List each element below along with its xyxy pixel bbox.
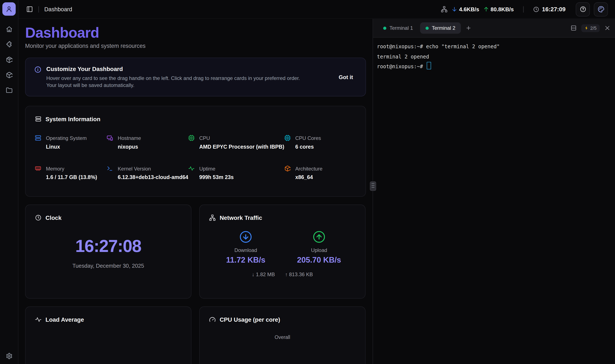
theme-palette-icon (598, 6, 604, 13)
folder-icon[interactable] (6, 87, 12, 93)
topbar-right: 4.6KB/s 80.8KB/s 16:27:09 (441, 2, 608, 16)
sidebar (0, 0, 18, 364)
banner-text: Hover over any card to see the drag hand… (46, 75, 325, 89)
clock-card: Clock 16:27:08 Tuesday, December 30, 202… (25, 205, 191, 299)
clock-time: 16:27:08 (35, 237, 181, 255)
user-avatar-icon[interactable] (2, 2, 16, 16)
overall-label: Overall (209, 335, 355, 340)
terminal-line: root@nixopus:~# (377, 64, 426, 69)
memory-stick-icon (35, 165, 41, 172)
content-area: Dashboard Monitor your applications and … (18, 19, 615, 364)
download-speed: 4.6KB/s (451, 6, 479, 12)
terminal-line: terminal 2 opened (377, 53, 429, 60)
load-average-card: Load Average (25, 306, 191, 364)
activity-icon (35, 316, 41, 323)
status-dot (383, 26, 386, 29)
divider (523, 6, 524, 12)
terminal-output[interactable]: root@nixopus:~# echo "terminal 2 opened"… (373, 38, 615, 364)
cpu-usage-card: CPU Usage (per core) Overall (199, 306, 365, 364)
package-icon[interactable] (6, 56, 12, 63)
home-icon[interactable] (6, 26, 12, 33)
cards-row-2: Load Average CPU Usage (per core) Overal… (25, 306, 366, 364)
terminal-cursor (427, 62, 431, 69)
banner-title: Customize Your Dashboard (46, 65, 325, 72)
total-uploaded: ↑ 813.36 KB (285, 272, 313, 277)
sidebar-nav (6, 26, 12, 94)
card-title: Clock (35, 214, 181, 221)
circle-arrow-up-icon (313, 231, 326, 244)
download-stat: Download 11.72 KB/s (209, 231, 282, 264)
box-icon (284, 165, 290, 172)
upload-speed: 80.8KB/s (483, 6, 514, 12)
info-item-kernel: Kernel Version 6.12.38+deb13-cloud-amd64 (107, 165, 188, 180)
got-it-button[interactable]: Got it (335, 71, 357, 83)
topbar: Dashboard 4.6KB/s 80.8KB/s (18, 0, 615, 19)
activity-icon (188, 165, 194, 172)
system-info-grid: Operating System Linux Hostname nixopus (35, 135, 356, 180)
network-traffic-card: Network Traffic Download 11.72 KB/s (199, 205, 365, 299)
panel-left-icon[interactable] (26, 6, 33, 13)
puzzle-icon[interactable] (6, 41, 12, 48)
terminal-panel: Terminal 1 Terminal 2 (373, 19, 615, 364)
help-button[interactable] (576, 2, 590, 16)
info-item-memory: Memory 1.6 / 11.7 GB (13.8%) (35, 165, 107, 180)
card-title: Load Average (35, 316, 181, 323)
clock-display: 16:27:08 Tuesday, December 30, 2025 (35, 237, 181, 269)
info-item-cpu-cores: CPU Cores 6 cores (284, 135, 356, 150)
close-terminal-icon[interactable] (604, 25, 610, 31)
new-terminal-button[interactable] (466, 25, 472, 31)
info-icon (34, 66, 41, 73)
terminal-tab-2[interactable]: Terminal 2 (420, 22, 461, 34)
upload-stat: Upload 205.70 KB/s (282, 231, 356, 264)
info-item-architecture: Architecture x86_64 (284, 165, 356, 180)
info-item-hostname: Hostname nixopus (107, 135, 188, 150)
arrow-up-icon (483, 6, 489, 12)
app-window: Dashboard 4.6KB/s 80.8KB/s (0, 0, 615, 364)
terminal-tabbar-right: 2/5 (571, 24, 610, 32)
terminal-line: root@nixopus:~# echo "terminal 2 opened" (377, 44, 500, 50)
settings-gear-icon[interactable] (6, 353, 12, 359)
info-item-os: Operating System Linux (35, 135, 107, 150)
container-box-icon[interactable] (6, 72, 12, 78)
split-panel-icon[interactable] (571, 25, 577, 31)
system-information-card: System Information Operating System Linu… (25, 106, 366, 197)
network-stats: Download 11.72 KB/s Upload 205.70 KB/s (209, 231, 355, 264)
monitor-smartphone-icon (107, 135, 113, 141)
dashboard-main: Dashboard Monitor your applications and … (18, 19, 373, 364)
cpu-cores-icon (284, 135, 290, 141)
circle-arrow-down-icon (239, 231, 252, 244)
clock-icon (35, 214, 41, 221)
card-title: System Information (35, 116, 356, 122)
header-clock: 16:27:09 (533, 6, 566, 13)
cpu-icon (188, 135, 194, 141)
clock-date: Tuesday, December 30, 2025 (35, 263, 181, 269)
card-title: Network Traffic (209, 214, 355, 221)
banner-body: Customize Your Dashboard Hover over any … (46, 65, 325, 89)
cards-row-1: Clock 16:27:08 Tuesday, December 30, 202… (25, 205, 366, 299)
page-subtitle: Monitor your applications and system res… (25, 43, 366, 49)
network-totals: ↓ 1.82 MB ↑ 813.36 KB (209, 272, 355, 277)
panel-resize-handle[interactable] (370, 181, 376, 191)
info-item-uptime: Uptime 999h 53m 23s (188, 165, 284, 180)
total-downloaded: ↓ 1.82 MB (252, 272, 275, 277)
customize-banner: Customize Your Dashboard Hover over any … (25, 58, 366, 96)
info-item-cpu: CPU AMD EPYC Processor (with IBPB) (188, 135, 284, 150)
main-column: Dashboard 4.6KB/s 80.8KB/s (18, 0, 615, 364)
theme-button[interactable] (594, 2, 608, 16)
clock-icon (533, 6, 539, 12)
divider (39, 6, 39, 12)
help-icon (579, 6, 586, 13)
terminal-count-badge: 2/5 (581, 24, 600, 32)
network-icon (209, 214, 216, 221)
grip-vertical-icon (371, 183, 375, 190)
card-title: CPU Usage (per core) (209, 316, 355, 323)
lightning-icon (584, 26, 589, 30)
terminal-tabbar: Terminal 1 Terminal 2 (373, 19, 615, 38)
status-dot (426, 26, 429, 29)
server-rack-icon (35, 116, 41, 122)
gauge-icon (209, 316, 216, 323)
arrow-down-icon (451, 6, 458, 12)
server-icon (35, 135, 41, 141)
breadcrumb[interactable]: Dashboard (44, 6, 72, 12)
terminal-tab-1[interactable]: Terminal 1 (378, 22, 419, 34)
